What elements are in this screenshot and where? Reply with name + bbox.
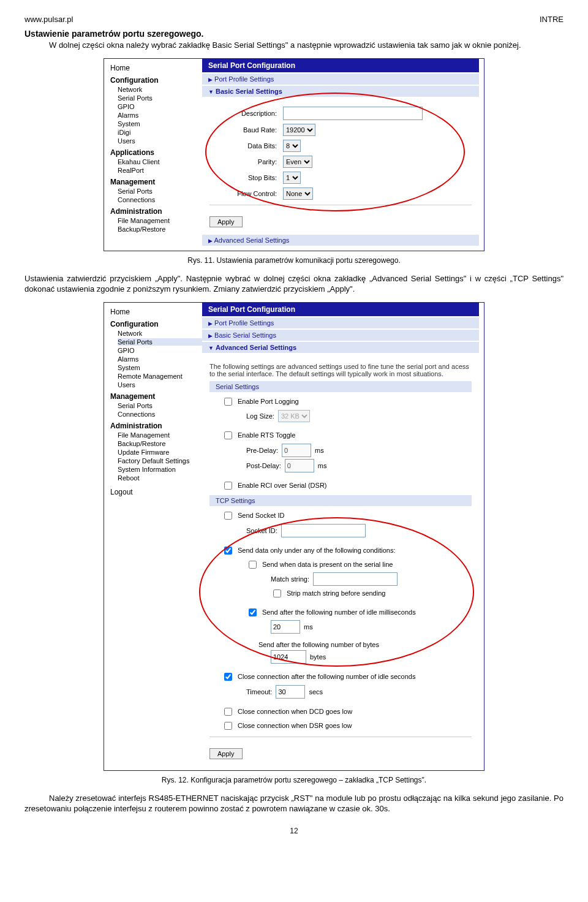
triangle-icon: ▶ [208,77,213,83]
apply-button[interactable]: Apply [209,216,243,227]
nav-backup[interactable]: Backup/Restore [118,226,202,233]
nav-filemgmt[interactable]: File Management [118,431,202,439]
nav-system[interactable]: System [118,364,202,371]
nav-ekahau[interactable]: Ekahau Client [118,158,202,165]
check-strip[interactable] [273,589,281,597]
check-send-socket[interactable] [224,512,232,520]
label-flow: Flow Control: [209,190,283,197]
nav-users[interactable]: Users [118,381,202,388]
subhead-tcp: TCP Settings [209,495,472,506]
bar-adv-serial[interactable]: ▼ Advanced Serial Settings [202,342,479,353]
check-send-cond[interactable] [224,547,232,555]
select-logsize: 32 KB [278,410,310,422]
nav-mgmt-serial[interactable]: Serial Ports [118,402,202,409]
nav-gpio[interactable]: GPIO [118,347,202,354]
check-close-dcd[interactable] [224,708,232,716]
label-strip: Strip match string before sending [287,589,385,597]
nav-idigi[interactable]: iDigi [118,129,202,136]
advanced-info-text: The following settings are advanced sett… [209,363,472,377]
check-close-dsr[interactable] [224,722,232,730]
nav-realport[interactable]: RealPort [118,167,202,174]
check-close-after[interactable] [224,673,232,681]
screenshot-advanced-serial: Home Configuration Network Serial Ports … [104,302,484,771]
triangle-icon: ▶ [208,238,213,244]
bar-port-profile[interactable]: ▶ Port Profile Settings [202,317,479,328]
nav-alarms[interactable]: Alarms [118,355,202,363]
label-postdelay: Post-Delay: [246,462,281,469]
nav-factory[interactable]: Factory Default Settings [118,457,202,464]
site-url: www.pulsar.pl [24,15,73,24]
nav-connections[interactable]: Connections [118,196,202,203]
bar-adv-serial[interactable]: ▶ Advanced Serial Settings [202,235,479,246]
nav-serialports[interactable]: Serial Ports [118,94,202,102]
select-parity[interactable]: Even [283,156,312,168]
bar-basic-serial[interactable]: ▼ Basic Serial Settings [202,86,479,97]
nav-network[interactable]: Network [118,330,202,337]
label-send-after-bytes: Send after the following number of bytes [258,641,379,648]
nav-network[interactable]: Network [118,86,202,93]
check-send-after-ms[interactable] [249,608,257,616]
unit-bytes: bytes [310,653,326,661]
label-send-socket: Send Socket ID [238,512,284,519]
screenshot-basic-serial: Home Configuration Network Serial Ports … [104,58,484,251]
input-idle-ms[interactable] [271,620,300,634]
check-enable-rts[interactable] [224,431,232,439]
nav-filemgmt[interactable]: File Management [118,217,202,224]
select-databits[interactable]: 8 [283,140,301,152]
select-stopbits[interactable]: 1 [283,172,301,184]
nav-group-admin: Administration [110,422,202,430]
apply-button[interactable]: Apply [209,748,243,759]
nav-connections[interactable]: Connections [118,411,202,418]
nav-remote[interactable]: Remote Management [118,373,202,380]
sidebar: Home Configuration Network Serial Ports … [104,303,202,770]
nav-group-admin: Administration [110,207,202,216]
input-bytes[interactable] [271,650,306,664]
triangle-icon: ▼ [208,345,214,351]
check-enable-rci[interactable] [224,482,232,490]
label-databits: Data Bits: [209,142,283,150]
unit-secs: secs [309,688,323,695]
check-send-when-data[interactable] [249,561,257,569]
label-timeout: Timeout: [246,688,272,695]
subhead-serial: Serial Settings [209,381,472,392]
paragraph-3: Należy zresetować interfejs RS485-ETHERN… [24,793,564,814]
nav-group-apps: Applications [110,148,202,157]
panel-title: Serial Port Configuration [202,303,479,316]
nav-alarms[interactable]: Alarms [118,112,202,119]
label-close-after: Close connection after the following num… [238,673,415,680]
nav-reboot[interactable]: Reboot [118,474,202,482]
label-socketid: Socket ID: [246,527,277,534]
select-baud[interactable]: 19200 [283,124,315,136]
select-flow[interactable]: None [283,188,313,200]
paragraph-2: Ustawienia zatwierdzić przyciskiem „Appl… [24,273,564,295]
input-socketid[interactable] [281,524,366,537]
nav-update[interactable]: Update Firmware [118,449,202,456]
nav-sysinfo[interactable]: System Information [118,466,202,473]
section-heading: Ustawienie parametrów portu szeregowego. [24,29,564,39]
nav-mgmt-serial[interactable]: Serial Ports [118,188,202,195]
nav-group-mgmt: Management [110,178,202,186]
label-send-cond: Send data only under any of the followin… [238,547,395,554]
paragraph-1: W dolnej części okna należy wybrać zakła… [24,40,564,51]
input-timeout[interactable] [276,685,305,699]
nav-users[interactable]: Users [118,137,202,145]
input-match[interactable] [313,572,398,586]
bar-port-profile[interactable]: ▶ Port Profile Settings [202,74,479,85]
bar-basic-serial[interactable]: ▶ Basic Serial Settings [202,330,479,341]
nav-backup[interactable]: Backup/Restore [118,440,202,447]
triangle-icon: ▶ [208,320,213,327]
nav-serialports[interactable]: Serial Ports [118,338,202,346]
label-logsize: Log Size: [246,412,274,420]
nav-logout[interactable]: Logout [110,488,202,496]
nav-gpio[interactable]: GPIO [118,103,202,110]
nav-home[interactable]: Home [110,64,202,72]
input-description[interactable] [283,107,423,120]
label-enable-rci: Enable RCI over Serial (DSR) [238,482,327,489]
triangle-icon: ▶ [208,333,213,339]
unit-ms: ms [315,447,324,454]
label-parity: Parity: [209,158,283,165]
caption-1: Rys. 11. Ustawienia parametrów komunikac… [24,256,564,265]
check-enable-log[interactable] [224,398,232,406]
nav-system[interactable]: System [118,120,202,127]
nav-home[interactable]: Home [110,308,202,316]
